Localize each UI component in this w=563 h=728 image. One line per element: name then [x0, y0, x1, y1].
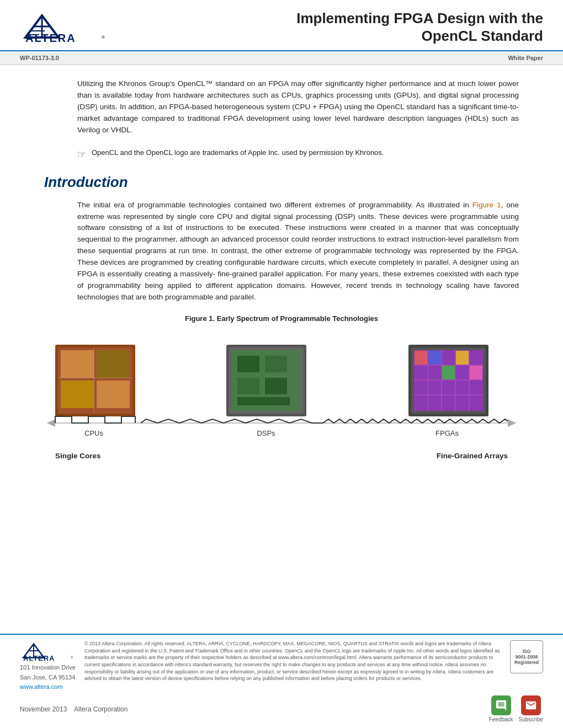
svg-rect-34 [428, 351, 441, 365]
document-title: Implementing FPGA Design with the OpenCL… [125, 10, 543, 44]
feedback-icon [491, 695, 511, 715]
svg-marker-38 [47, 419, 55, 427]
altera-logo: ALTERA ® [20, 10, 108, 43]
introduction-section: Introduction The initial era of programm… [44, 174, 519, 460]
note-text: OpenCL and the OpenCL logo are trademark… [92, 147, 384, 158]
note-block: ☞ OpenCL and the OpenCL logo are tradema… [44, 147, 519, 160]
main-content: Utilizing the Khronos Group's OpenCL™ st… [0, 65, 563, 484]
spectrum-svg: CPUs DSPs FPGAs [44, 334, 519, 444]
intro-block: Utilizing the Khronos Group's OpenCL™ st… [44, 78, 519, 136]
svg-marker-42 [508, 419, 516, 427]
subscribe-icon [521, 695, 541, 715]
figure1-diagram: CPUs DSPs FPGAs [44, 328, 519, 449]
svg-text:ALTERA: ALTERA [23, 655, 55, 662]
label-fine-grained: Fine-Grained Arrays [437, 452, 508, 460]
svg-text:®: ® [102, 35, 105, 40]
footer-logo: ALTERA ® 101 Innovation Drive San Jose, … [20, 640, 76, 692]
footer-legal: © 2013 Altera Corporation. All rights re… [84, 640, 501, 692]
svg-rect-20 [237, 378, 259, 394]
figure1-bottom-labels: Single Cores Fine-Grained Arrays [44, 452, 519, 460]
svg-text:FPGAs: FPGAs [435, 429, 459, 437]
svg-rect-22 [237, 397, 290, 405]
svg-rect-12 [97, 381, 130, 408]
title-area: Implementing FPGA Design with the OpenCL… [125, 10, 543, 44]
figure1-area: Figure 1. Early Spectrum of Programmable… [44, 314, 519, 460]
introduction-body: The initial era of programmable technolo… [44, 200, 519, 303]
footer-icons: Feedback Subscribe [489, 695, 543, 722]
note-icon: ☞ [77, 148, 86, 160]
wp-number: WP-01173-3.0 [20, 55, 59, 61]
page-header: ALTERA ® Implementing FPGA Design with t… [0, 0, 563, 51]
logo-area: ALTERA ® [20, 10, 108, 45]
doc-type: White Paper [508, 55, 543, 61]
figure1-link[interactable]: Figure 1 [472, 201, 501, 209]
svg-rect-11 [61, 381, 94, 408]
footer-altera-logo: ALTERA ® [20, 640, 75, 661]
section-heading-introduction: Introduction [44, 174, 519, 191]
svg-rect-10 [97, 350, 130, 378]
footer-bottom: November 2013 Altera Corporation Feedbac… [20, 695, 543, 722]
svg-rect-19 [265, 356, 287, 372]
svg-rect-33 [415, 351, 427, 365]
svg-rect-35 [442, 366, 455, 379]
svg-rect-37 [470, 366, 482, 379]
svg-text:®: ® [71, 656, 73, 659]
footer-date: November 2013 Altera Corporation [20, 705, 128, 713]
svg-text:CPUs: CPUs [84, 429, 103, 437]
svg-text:ALTERA: ALTERA [25, 32, 76, 43]
footer-website-link[interactable]: www.altera.com [20, 683, 63, 690]
meta-bar: WP-01173-3.0 White Paper [0, 51, 563, 65]
footer-iso-badge: ISO 9001-2008 Registered [510, 640, 543, 673]
svg-rect-21 [265, 378, 287, 394]
svg-text:DSPs: DSPs [257, 429, 275, 437]
svg-rect-18 [237, 356, 259, 372]
page-footer: ALTERA ® 101 Innovation Drive San Jose, … [0, 634, 563, 728]
svg-rect-36 [456, 351, 469, 365]
label-single-cores: Single Cores [55, 452, 101, 460]
subscribe-button[interactable]: Subscribe [519, 695, 543, 722]
intro-paragraph: Utilizing the Khronos Group's OpenCL™ st… [77, 78, 519, 136]
figure1-caption: Figure 1. Early Spectrum of Programmable… [44, 314, 519, 323]
svg-rect-9 [61, 350, 94, 378]
footer-top: ALTERA ® 101 Innovation Drive San Jose, … [20, 640, 543, 692]
feedback-button[interactable]: Feedback [489, 695, 513, 722]
footer-address: 101 Innovation Drive San Jose, CA 95134 … [20, 663, 76, 692]
